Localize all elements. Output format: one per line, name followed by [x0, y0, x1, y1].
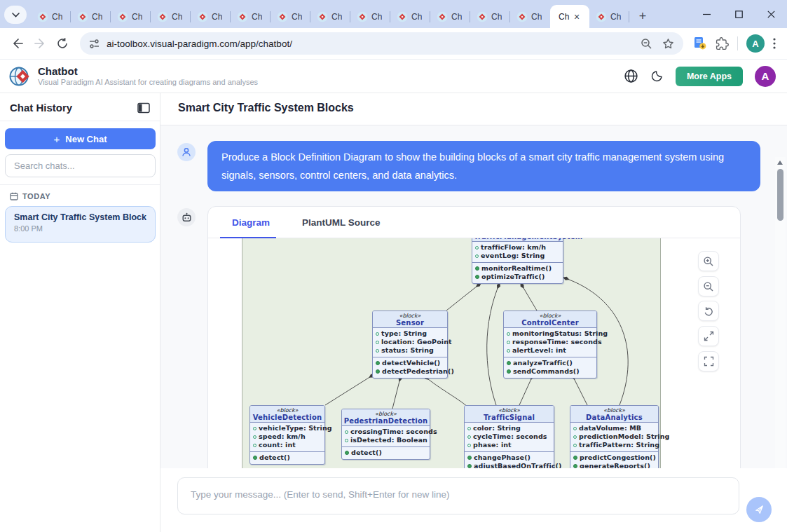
address-bar[interactable]: ai-toolbox.visual-paradigm.com/app/chatb… [80, 32, 683, 55]
block-operation: monitorRealtime() [475, 264, 560, 273]
browser-tab[interactable]: Ch [510, 5, 550, 28]
language-globe-icon[interactable] [624, 69, 638, 83]
attribute-icon [345, 430, 348, 434]
chat-history-item[interactable]: Smart City Traffic System Blocks 8:00 PM [5, 206, 156, 243]
send-button[interactable] [746, 497, 772, 522]
block-operation: detect() [345, 449, 427, 457]
visual-paradigm-favicon [117, 11, 128, 22]
reload-icon[interactable] [52, 33, 73, 54]
window-close-button[interactable] [755, 0, 787, 28]
browser-tab[interactable]: Ch [470, 5, 510, 28]
attribute-icon [376, 332, 379, 336]
forward-icon[interactable] [29, 33, 50, 54]
url-text[interactable]: ai-toolbox.visual-paradigm.com/app/chatb… [107, 39, 292, 49]
diagram-block-TrafficManagementSystem[interactable]: «block»TrafficManagementSystemtrafficFlo… [472, 238, 563, 284]
zoom-out-page-icon[interactable] [641, 38, 652, 50]
browser-tab[interactable]: Ch [151, 5, 191, 28]
new-chat-button[interactable]: + New Chat [5, 128, 156, 149]
browser-tab-strip: ChChChChChChChChChChChChChCh×Ch+ [0, 0, 787, 28]
tab-diagram[interactable]: Diagram [232, 217, 270, 228]
app-header: Chatbot Visual Paradigm AI Assistant for… [0, 60, 787, 93]
attribute-icon [253, 444, 256, 447]
browser-tab[interactable]: Ch [31, 5, 71, 28]
zoom-in-button[interactable] [698, 251, 719, 271]
browser-tab[interactable]: Ch [310, 5, 350, 28]
diagram-block-VehicleDetection[interactable]: «block»VehicleDetectionvehicleType: Stri… [249, 405, 325, 465]
tab-title: Ch [92, 12, 102, 22]
zoom-out-button[interactable] [698, 276, 719, 296]
block-attribute: speed: km/h [253, 432, 322, 441]
expand-button[interactable] [698, 326, 719, 346]
browser-tab[interactable]: Ch [231, 5, 271, 28]
chat-search-input[interactable] [5, 154, 156, 177]
block-attribute: eventLog: String [475, 252, 560, 260]
browser-tab[interactable]: Ch [430, 5, 470, 28]
browser-profile-avatar[interactable]: A [746, 34, 765, 53]
block-attribute: phase: int [467, 441, 551, 449]
diagram-block-TrafficSignal[interactable]: «block»TrafficSignalcolor: StringcycleTi… [464, 405, 554, 468]
calendar-icon [10, 192, 18, 200]
bookmark-star-icon[interactable] [662, 38, 674, 50]
diagram-block-DataAnalytics[interactable]: «block»DataAnalyticsdataVolume: MBpredic… [570, 405, 659, 468]
window-maximize-button[interactable] [723, 0, 755, 28]
app-title: Chatbot [38, 65, 258, 77]
bot-response-card: Diagram PlantUML Source «block»TrafficMa… [207, 206, 741, 468]
visual-paradigm-favicon [397, 11, 408, 22]
operation-icon [376, 361, 380, 365]
scrollbar-thumb[interactable] [777, 169, 783, 221]
browser-tab[interactable]: Ch [71, 5, 111, 28]
tab-separator [629, 11, 629, 22]
browser-tab[interactable]: Ch [191, 5, 231, 28]
operation-icon [475, 275, 479, 279]
visual-paradigm-favicon [516, 11, 528, 22]
back-icon[interactable] [7, 33, 28, 54]
browser-tab[interactable]: Ch [111, 5, 151, 28]
tab-title: Ch [52, 12, 62, 22]
diagram-block-Sensor[interactable]: «block»Sensortype: Stringlocation: GeoPo… [372, 311, 448, 378]
extensions-puzzle-icon[interactable] [716, 37, 729, 50]
attribute-icon [573, 444, 577, 447]
tab-search-chevron-icon[interactable] [4, 6, 27, 24]
message-input[interactable] [177, 477, 739, 514]
browser-menu-icon[interactable] [773, 38, 776, 49]
attribute-icon [507, 341, 510, 344]
browser-tab[interactable]: Ch [271, 5, 310, 28]
browser-tab[interactable]: Ch [350, 5, 390, 28]
tab-plantuml-source[interactable]: PlantUML Source [302, 217, 381, 228]
block-attribute: dataVolume: MB [573, 424, 655, 432]
site-settings-icon[interactable] [89, 39, 100, 49]
browser-tab[interactable]: Ch [589, 5, 629, 28]
chat-item-title: Smart City Traffic System Blocks [14, 212, 146, 222]
scrollbar-up-arrow[interactable] [777, 161, 783, 165]
attribute-icon [467, 444, 471, 447]
operation-icon [345, 451, 349, 455]
block-title: «block»Sensor [373, 311, 447, 327]
more-apps-button[interactable]: More Apps [676, 67, 743, 86]
app-user-avatar[interactable]: A [755, 66, 776, 87]
diagram-viewport[interactable]: «block»TrafficManagementSystemtrafficFlo… [220, 238, 731, 468]
attribute-icon [467, 427, 471, 430]
new-tab-button[interactable]: + [634, 7, 652, 25]
reading-list-extension-icon[interactable] [693, 36, 707, 50]
block-title: «block»DataAnalytics [570, 406, 658, 422]
browser-tab[interactable]: Ch [390, 5, 430, 28]
tab-close-icon[interactable]: × [574, 12, 580, 22]
reset-view-button[interactable] [698, 301, 719, 321]
operation-icon [573, 456, 577, 460]
chat-area: Produce a Block Definition Diagram to sh… [160, 125, 787, 468]
divider [0, 121, 160, 121]
attribute-icon [376, 349, 379, 353]
visual-paradigm-favicon [237, 11, 248, 22]
diagram-block-ControlCenter[interactable]: «block»ControlCentermonitoringStatus: St… [503, 311, 597, 378]
block-attribute: responseTime: seconds [507, 338, 594, 346]
user-avatar [177, 143, 196, 161]
fullscreen-button[interactable] [698, 351, 719, 371]
window-minimize-button[interactable] [690, 0, 723, 28]
browser-tab-active[interactable]: Ch× [550, 5, 589, 28]
block-operation: generateReports() [573, 462, 655, 468]
diagram-block-PedestrianDetection[interactable]: «block»PedestrianDetectioncrossingTime: … [341, 409, 430, 460]
collapse-panel-icon[interactable] [137, 102, 150, 114]
dark-mode-moon-icon[interactable] [650, 69, 664, 83]
app-subtitle: Visual Paradigm AI Assistant for creatin… [38, 77, 258, 87]
block-attribute: trafficPattern: String [573, 441, 655, 449]
